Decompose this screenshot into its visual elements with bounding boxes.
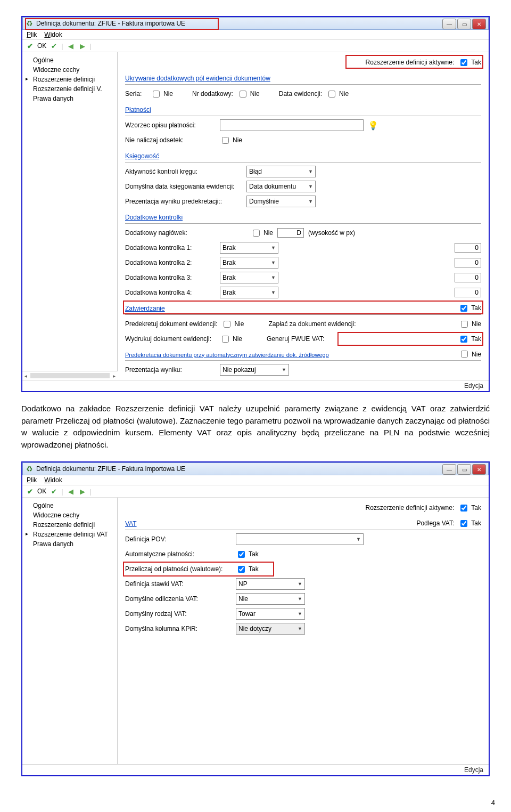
chk-zatw[interactable]: Tak (458, 303, 481, 313)
chk-seria[interactable]: Nie (151, 89, 173, 99)
chk-zaplac[interactable]: Nie (459, 319, 481, 329)
nav-widoczne[interactable]: Widoczne cechy (24, 65, 115, 75)
label-k1: Dodatkowa kontrolka 1: (125, 244, 216, 251)
chk-data-ew[interactable]: Nie (326, 89, 349, 99)
chk-wydrukuj[interactable]: Nie (220, 334, 242, 344)
green-check-icon-2[interactable]: ✔ (50, 487, 58, 496)
menu-plik[interactable]: Plik (27, 31, 37, 38)
chk-nr[interactable]: Nie (237, 89, 260, 99)
doc-paragraph: Dodatkowo na zakładce Rozszerzenie defin… (21, 403, 490, 451)
titlebar-2: ♻ Definicja dokumentu: ZFIUE - Faktura i… (22, 462, 489, 475)
statusbar-2: Edycja (22, 764, 489, 775)
bulb-icon[interactable]: 💡 (368, 120, 378, 131)
forward-icon-2[interactable]: ▶ (78, 487, 87, 496)
select-dom-kol[interactable]: Nie dotyczy▼ (236, 623, 305, 635)
select-dom-rodzaj[interactable]: Towar▼ (236, 608, 305, 620)
select-k4[interactable]: Brak▼ (220, 287, 278, 298)
nav-rozszerzenie-2[interactable]: Rozszerzenie definicji (24, 520, 115, 530)
back-icon[interactable]: ◀ (67, 42, 75, 50)
chk-auto[interactable]: Nie (459, 349, 481, 359)
label-dom-rodzaj: Domyślny rodzaj VAT: (125, 610, 232, 618)
select-def-pov[interactable]: ▼ (236, 533, 364, 545)
num-d[interactable]: D (277, 228, 304, 238)
ok-check-icon-2[interactable]: ✔ (26, 487, 34, 496)
minimize-button[interactable]: — (442, 19, 456, 29)
select-k1[interactable]: Brak▼ (220, 242, 278, 254)
window-buttons: — ▭ ✕ (442, 19, 486, 29)
link-vat[interactable]: VAT (125, 518, 137, 529)
chk-nagl[interactable]: Nie (251, 228, 273, 238)
select-k3[interactable]: Brak▼ (220, 272, 278, 283)
highlight-zatw (123, 301, 483, 314)
forward-icon[interactable]: ▶ (78, 42, 87, 50)
row-wydrukuj: Wydrukuj dokument ewidencji: Nie Generuj… (125, 333, 481, 345)
link-zatwierdzanie[interactable]: Zatwierdzanie (125, 303, 165, 313)
select-prezent-wynik[interactable]: Nie pokazuj▼ (220, 364, 289, 376)
maximize-button-2[interactable]: ▭ (457, 464, 471, 475)
chk-aktywne-2[interactable]: Tak (458, 503, 481, 513)
num-k1[interactable]: 0 (455, 243, 481, 253)
num-k3[interactable]: 0 (455, 273, 481, 282)
nav-widoczne-2[interactable]: Widoczne cechy (24, 510, 115, 520)
select-def-stawki[interactable]: NP▼ (236, 578, 305, 590)
link-ksiegowosc[interactable]: Księgowość (125, 150, 159, 161)
green-check-icon[interactable]: ✔ (50, 42, 58, 50)
window-1: ♻ Definicja dokumentu: ZFIUE - Faktura i… (22, 17, 489, 391)
link-predekretacja[interactable]: Predekretacja dokumentu przy automatyczn… (125, 350, 329, 359)
nav-ogolne-2[interactable]: Ogólne (24, 501, 115, 510)
chk-aktywne[interactable]: Tak (458, 58, 481, 68)
nav-rozszerzenie[interactable]: Rozszerzenie definicji (24, 75, 115, 84)
label-zaplac: Zapłać za dokument ewidencji: (268, 320, 356, 328)
menu-widok-2[interactable]: Widok (44, 476, 62, 484)
nav-ogolne[interactable]: Ogólne (24, 55, 115, 65)
num-k4[interactable]: 0 (455, 288, 481, 297)
menu-widok[interactable]: Widok (44, 31, 62, 38)
select-prezent-predek[interactable]: Domyślnie▼ (246, 196, 316, 207)
close-button[interactable]: ✕ (472, 19, 486, 29)
ok-button-2[interactable]: OK (37, 488, 46, 495)
select-aktywnosc[interactable]: Błąd▼ (246, 166, 316, 177)
back-icon-2[interactable]: ◀ (67, 487, 75, 496)
sidebar-2: Ogólne Widoczne cechy Rozszerzenie defin… (22, 498, 118, 764)
chk-podlega[interactable]: Tak (458, 518, 481, 529)
nav-rozszerzenie-v[interactable]: Rozszerzenie definicji V. (24, 84, 115, 94)
select-k2[interactable]: Brak▼ (220, 257, 278, 269)
label-prezent-wynik: Prezentacja wyniku: (125, 366, 216, 373)
row-aktywnosc: Aktywność kontroli kręgu: Błąd▼ (125, 166, 481, 177)
nav-rozszerzenie-vat[interactable]: Rozszerzenie definicji VAT (24, 530, 115, 539)
row-auto-plat: Automatyczne płatności: Tak (125, 548, 481, 560)
chk-auto-plat[interactable]: Tak (236, 549, 259, 559)
label-def-stawki: Definicja stawki VAT: (125, 580, 232, 588)
ok-check-icon[interactable]: ✔ (26, 42, 34, 50)
row-active: Rozszerzenie definicji aktywne: Tak (125, 56, 481, 68)
title: Definicja dokumentu: ZFIUE - Faktura imp… (36, 20, 185, 27)
nav-prawa-2[interactable]: Prawa danych (24, 539, 115, 549)
maximize-button[interactable]: ▭ (457, 19, 471, 29)
screenshot-1: ♻ Definicja dokumentu: ZFIUE - Faktura i… (21, 16, 490, 392)
minimize-button-2[interactable]: — (442, 464, 456, 475)
link-hide[interactable]: Ukrywanie dodatkowych pól ewidencji doku… (125, 72, 270, 83)
label-predek: Predekretuj dokument ewidencji: (125, 320, 217, 328)
chk-przelicz[interactable]: Tak (236, 564, 259, 574)
close-button-2[interactable]: ✕ (472, 464, 486, 475)
chk-generuj[interactable]: Tak (458, 334, 481, 344)
row-prezent-predek: Prezentacja wyniku predekretacji:: Domyś… (125, 196, 481, 207)
ok-button[interactable]: OK (37, 42, 46, 50)
select-domyslna-data[interactable]: Data dokumentu▼ (246, 181, 316, 192)
chk-odsetek[interactable]: Nie (220, 135, 242, 145)
window-buttons-2: — ▭ ✕ (442, 464, 486, 475)
num-k2[interactable]: 0 (455, 258, 481, 267)
menu-plik-2[interactable]: Plik (27, 476, 37, 484)
body-2: Ogólne Widoczne cechy Rozszerzenie defin… (22, 498, 489, 764)
row-przelicz: Przeliczaj od płatności (walutowe): Tak (125, 563, 481, 575)
scrollbar-horizontal[interactable]: ◂▸ (22, 371, 118, 380)
chk-predek[interactable]: Nie (221, 319, 244, 329)
select-dom-odlicz[interactable]: Nie▼ (236, 593, 305, 605)
nav-prawa[interactable]: Prawa danych (24, 94, 115, 103)
row-dom-kol: Domyślna kolumna KPiR: Nie dotyczy▼ (125, 623, 481, 635)
label-prezent-predek: Prezentacja wyniku predekretacji:: (125, 198, 242, 205)
link-dodatkowe[interactable]: Dodatkowe kontrolki (125, 212, 183, 222)
link-platnosci[interactable]: Płatności (125, 104, 151, 115)
label-rozsz-aktywne: Rozszerzenie definicji aktywne: (366, 59, 455, 66)
input-wzorzec[interactable] (220, 119, 364, 131)
